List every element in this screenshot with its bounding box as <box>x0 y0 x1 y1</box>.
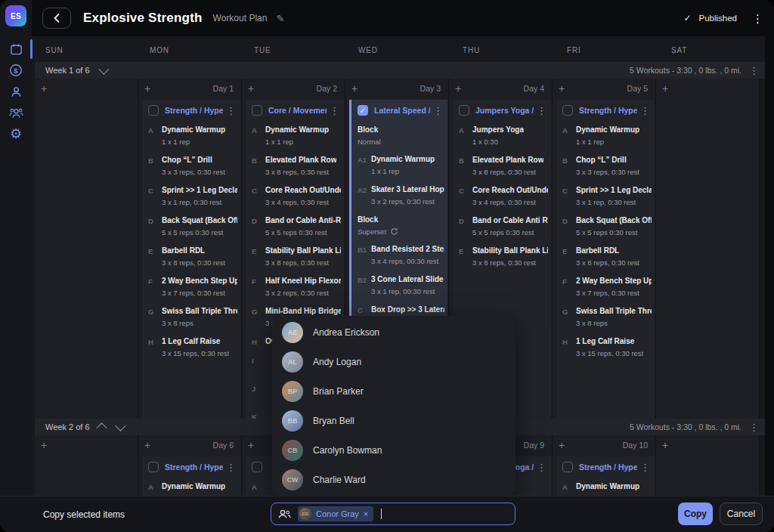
remove-person-icon[interactable]: × <box>364 509 368 518</box>
selected-person-chip[interactable]: CG Conor Gray × <box>298 506 373 521</box>
add-workout-button[interactable]: + <box>455 82 461 94</box>
exercise-row[interactable]: A2Skater 3 Lateral Hops >> ...3 x 2 reps… <box>351 180 447 210</box>
exercise-row[interactable]: DBand or Cable Anti Rotati...5 x 5 reps … <box>453 211 551 241</box>
workout-checkbox[interactable] <box>148 105 159 116</box>
week-summary: 5 Workouts - 3:30 , 0 lbs. , 0 mi. <box>630 422 741 431</box>
exercise-row[interactable]: A1Dynamic Warmup1 x 1 rep <box>351 150 447 180</box>
week-chevron-down-icon[interactable] <box>98 64 109 75</box>
workout-checkbox[interactable] <box>148 462 159 472</box>
person-option[interactable]: BB Bryan Bell <box>272 406 515 435</box>
copy-button[interactable]: Copy <box>678 503 713 525</box>
person-option[interactable]: CB Carolyn Bowman <box>272 435 515 465</box>
page-title: Explosive Strength <box>83 11 203 26</box>
workout-menu-icon[interactable]: ⋮ <box>640 462 650 472</box>
back-button[interactable] <box>42 8 71 29</box>
workout-card[interactable]: Strength / Hypertro... ⋮ ADynamic Warmup… <box>142 100 240 419</box>
workout-checkbox[interactable] <box>562 462 573 472</box>
exercise-row[interactable]: F2 Way Bench Step Up3 x 7 reps, 0:30 res… <box>556 271 655 302</box>
workout-title: Jumpers Yoga / Core <box>475 106 534 115</box>
dow-label: MON <box>139 36 243 62</box>
workout-checkbox[interactable] <box>252 462 262 472</box>
header-menu-icon[interactable]: ⋮ <box>752 13 763 24</box>
add-workout-button[interactable]: + <box>559 82 565 94</box>
workout-checkbox[interactable] <box>252 105 262 116</box>
add-workout-button[interactable]: + <box>144 439 150 451</box>
exercise-row[interactable]: ADynamic Warmup1 x 1 rep <box>142 477 240 496</box>
workout-card[interactable]: Strength / Hypertro... ⋮ ADynamic Warmup… <box>556 100 655 419</box>
exercise-row[interactable]: BChop “L” Drill3 x 3 reps, 0:30 rest <box>556 150 655 181</box>
add-workout-button[interactable]: + <box>41 439 47 451</box>
add-workout-button[interactable]: + <box>662 439 668 451</box>
exercise-detail: 3 x 4 reps, 0:30 rest <box>472 198 548 206</box>
workout-menu-icon[interactable]: ⋮ <box>537 462 546 472</box>
exercise-row[interactable]: H1 Leg Calf Raise3 x 15 reps, 0:30 rest <box>556 332 655 362</box>
sidebar: ES $⚙ <box>0 0 32 496</box>
exercise-row[interactable]: B1Band Resisted 2 Step Late...3 x 4 reps… <box>351 240 447 270</box>
exercise-row[interactable]: EStability Ball Plank Linear ...3 x 8 re… <box>246 241 344 271</box>
exercise-detail: 3 x 8 reps <box>576 319 652 327</box>
settings-icon[interactable]: ⚙ <box>0 124 32 144</box>
exercise-name: Core Reach Out/Under <box>265 186 341 194</box>
workout-card[interactable]: Strength / Hypertro... ⋮ ADynamic Warmup… <box>556 456 655 496</box>
exercise-detail: 3 x 1 rep, 0:30 rest <box>576 198 652 206</box>
week-chevron-down-icon[interactable] <box>115 421 125 431</box>
exercise-row[interactable]: GSwiss Ball Triple Threat3 x 8 reps <box>556 302 655 332</box>
exercise-row[interactable]: DBack Squat (Back Off Set)5 x 5 reps 0:3… <box>142 211 240 241</box>
exercise-row[interactable]: CSprint >> 1 Leg Declarations3 x 1 rep, … <box>556 181 655 211</box>
exercise-row[interactable]: CCore Reach Out/Under3 x 4 reps, 0:30 re… <box>246 181 344 211</box>
teams-icon[interactable] <box>0 103 32 122</box>
workout-card[interactable]: Strength / Hypertro... ⋮ ADynamic Warmup… <box>142 456 240 496</box>
exercise-row[interactable]: BElevated Plank Row3 x 8 reps, 0:30 rest <box>246 150 344 181</box>
person-option[interactable]: AL Andy Logan <box>272 347 515 376</box>
exercise-row[interactable]: DBand or Cable Anti-Rotati...5 x 5 reps … <box>246 211 344 241</box>
calendar-icon[interactable] <box>0 39 32 59</box>
exercise-row[interactable]: AJumpers Yoga1 x 0:30 <box>453 120 551 150</box>
person-option[interactable]: BP Brian Parker <box>272 376 515 406</box>
exercise-name: Barbell RDL <box>162 246 225 255</box>
add-workout-button[interactable]: + <box>559 439 565 451</box>
exercise-row[interactable]: H1 Leg Calf Raise3 x 15 reps, 0:30 rest <box>142 332 240 362</box>
exercise-row[interactable]: ADynamic Warmup1 x 1 rep <box>556 477 655 496</box>
workout-menu-icon[interactable]: ⋮ <box>226 462 236 472</box>
week-menu-icon[interactable]: ⋮ <box>749 422 759 432</box>
exercise-row[interactable]: EBarbell RDL3 x 8 reps, 0:30 rest <box>556 241 655 271</box>
add-workout-button[interactable]: + <box>351 82 358 94</box>
exercise-row[interactable]: CCore Reach Out/Under3 x 4 reps, 0:30 re… <box>453 181 551 211</box>
person-option[interactable]: CW Charlie Ward <box>272 465 515 494</box>
exercise-row[interactable]: FHalf Kneel Hip Flexor Rais...3 x 2 reps… <box>246 271 344 302</box>
edit-pencil-icon[interactable]: ✎ <box>276 13 284 24</box>
exercise-row[interactable]: GSwiss Ball Triple Threat3 x 8 reps <box>142 302 240 332</box>
person-option[interactable]: AE Andrea Erickson <box>272 317 515 347</box>
exercise-row[interactable]: EStability Ball Plank Linear ...3 x 8 re… <box>453 241 551 271</box>
workout-checkbox[interactable] <box>459 105 469 116</box>
exercise-row[interactable]: BElevated Plank Row3 x 8 reps, 0:30 rest <box>453 150 551 181</box>
workout-checkbox[interactable]: ✓ <box>358 105 368 116</box>
billing-icon[interactable]: $ <box>0 60 32 80</box>
app-logo[interactable]: ES <box>5 5 26 26</box>
exercise-row[interactable]: ADynamic Warmup1 x 1 rep <box>556 120 655 150</box>
cancel-button[interactable]: Cancel <box>720 503 763 525</box>
exercise-row[interactable]: ADynamic Warmup1 x 1 rep <box>246 120 344 150</box>
workout-menu-icon[interactable]: ⋮ <box>537 106 546 116</box>
add-workout-button[interactable]: + <box>144 82 150 94</box>
workout-checkbox[interactable] <box>562 105 573 116</box>
exercise-row[interactable]: F2 Way Bench Step Up3 x 7 reps, 0:30 res… <box>142 271 240 302</box>
workout-menu-icon[interactable]: ⋮ <box>330 106 339 116</box>
add-workout-button[interactable]: + <box>41 82 47 94</box>
workout-menu-icon[interactable]: ⋮ <box>640 106 650 116</box>
athlete-icon[interactable] <box>0 82 32 101</box>
week-menu-icon[interactable]: ⋮ <box>749 66 759 76</box>
exercise-row[interactable]: BChop “L” Drill3 x 3 reps, 0:30 rest <box>142 150 240 181</box>
exercise-row[interactable]: CSprint >> 1 Leg Declarations3 x 1 rep, … <box>142 181 240 211</box>
add-workout-button[interactable]: + <box>662 82 668 94</box>
week-chevron-up-icon[interactable] <box>96 422 107 433</box>
add-workout-button[interactable]: + <box>248 82 254 94</box>
exercise-row[interactable]: ADynamic Warmup1 x 1 rep <box>142 120 240 150</box>
exercise-row[interactable]: DBack Squat (Back Off Set)5 x 5 reps 0:3… <box>556 211 655 241</box>
exercise-row[interactable]: B23 Cone Lateral Slide3 x 1 rep, 00:30 r… <box>351 270 447 300</box>
assign-people-input[interactable]: CG Conor Gray × <box>271 503 515 525</box>
workout-menu-icon[interactable]: ⋮ <box>433 106 443 116</box>
workout-menu-icon[interactable]: ⋮ <box>226 106 236 116</box>
exercise-row[interactable]: EBarbell RDL3 x 8 reps, 0:30 rest <box>142 241 240 271</box>
add-workout-button[interactable]: + <box>248 439 254 451</box>
